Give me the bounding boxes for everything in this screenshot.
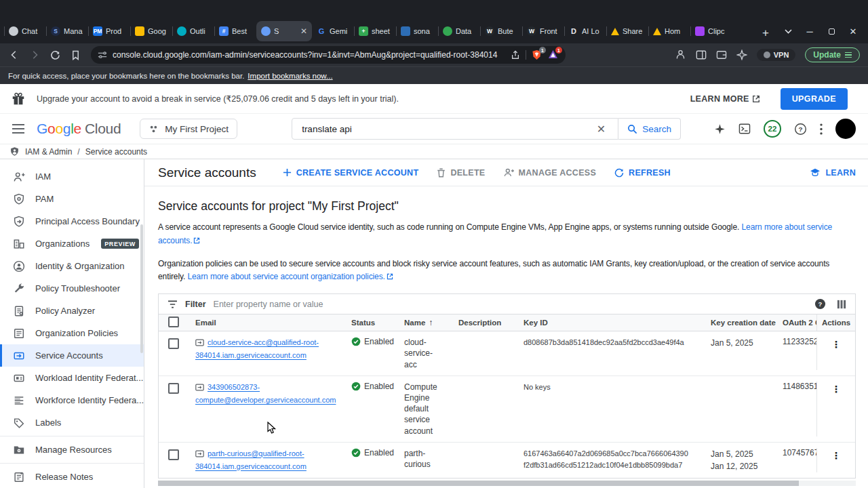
sidebar-scrollbar[interactable] [140, 224, 143, 353]
address-bar[interactable]: console.cloud.google.com/iam-admin/servi… [91, 46, 566, 64]
browser-tab[interactable]: Chat [4, 21, 46, 41]
delete-button[interactable]: DELETE [437, 168, 485, 178]
close-window-button[interactable]: ✕ [842, 21, 864, 41]
upgrade-button[interactable]: UPGRADE [781, 88, 848, 110]
sidebar-item-release-notes[interactable]: Release Notes [0, 466, 144, 488]
search-input[interactable]: translate api ✕ [292, 118, 618, 140]
breadcrumb-section[interactable]: IAM & Admin [25, 147, 72, 157]
sidebar-item-pam[interactable]: PAM [0, 188, 144, 210]
column-header-status[interactable]: Status [340, 319, 393, 327]
sidebar-item-identity-organization[interactable]: Identity & Organization [0, 255, 144, 277]
sidebar-item-organizations[interactable]: OrganizationsPREVIEW [0, 232, 144, 255]
breadcrumb-page[interactable]: Service accounts [85, 147, 147, 157]
browser-tab[interactable]: Hom [648, 21, 690, 41]
filter-input[interactable]: Enter property name or value [214, 300, 807, 309]
browser-tab[interactable]: S✕ [256, 21, 312, 41]
wallet-icon[interactable] [716, 50, 727, 60]
share-icon[interactable] [511, 50, 520, 60]
adblock-extension-icon[interactable]: 1 [548, 49, 559, 60]
cloud-shell-icon[interactable] [738, 123, 751, 134]
horizontal-scrollbar-track[interactable] [158, 481, 856, 486]
service-account-email-link[interactable]: 343906502873-compute@developer.gservicea… [195, 382, 340, 406]
close-tab-icon[interactable]: ✕ [300, 26, 307, 36]
bookmark-icon[interactable] [66, 46, 84, 64]
sidebar-item-policy-troubleshooter[interactable]: Policy Troubleshooter [0, 277, 144, 300]
column-header-key-creation-date[interactable]: Key creation date [703, 319, 778, 327]
more-options-icon[interactable] [820, 123, 823, 135]
sidebar-toggle-icon[interactable] [696, 49, 707, 60]
sidebar-item-organization-policies[interactable]: Organization Policies [0, 322, 144, 344]
minimize-button[interactable]: ─ [799, 21, 821, 41]
site-settings-icon[interactable] [98, 50, 107, 60]
browser-tab[interactable]: sona [396, 21, 438, 41]
filter-help-icon[interactable]: ? [814, 298, 826, 310]
row-checkbox[interactable] [168, 383, 179, 394]
browser-tab[interactable]: GGemi [312, 21, 354, 41]
back-button[interactable] [5, 46, 23, 64]
sidebar-item-manage-resources[interactable]: Manage Resources [0, 439, 144, 461]
project-picker[interactable]: My First Project [140, 119, 237, 139]
browser-tab[interactable]: Goog [130, 21, 172, 41]
sidebar-item-workload-identity-federat[interactable]: Workload Identity Federat... [0, 367, 144, 389]
column-header-name[interactable]: Name↑ [393, 318, 448, 327]
clear-search-icon[interactable]: ✕ [594, 123, 608, 136]
nav-menu-icon[interactable] [9, 121, 27, 136]
row-checkbox[interactable] [168, 338, 179, 349]
browser-tab[interactable]: Data [438, 21, 480, 41]
browser-tab[interactable]: +sheet [354, 21, 396, 41]
row-checkbox[interactable] [168, 449, 179, 460]
service-account-email-link[interactable]: cloud-service-acc@qualified-root-384014.… [195, 337, 340, 361]
service-account-email-link[interactable]: parth-curious@qualified-root-384014.iam.… [195, 448, 340, 472]
sidebar-item-service-accounts[interactable]: Service Accounts [0, 344, 144, 367]
row-actions-menu[interactable]: ⋮ [831, 382, 841, 394]
new-tab-button[interactable]: + [754, 23, 777, 43]
browser-tab[interactable]: DAI Lo [564, 21, 606, 41]
account-avatar[interactable] [835, 119, 856, 139]
column-header-email[interactable]: Email [184, 319, 340, 327]
learn-more-button[interactable]: LEARN MORE [690, 94, 760, 104]
url-text[interactable]: console.cloud.google.com/iam-admin/servi… [113, 50, 505, 60]
restore-button[interactable] [821, 21, 842, 41]
gemini-icon[interactable] [714, 123, 726, 135]
reload-button[interactable] [46, 46, 64, 64]
browser-tab[interactable]: WBute [480, 21, 522, 41]
google-cloud-logo[interactable]: Google Cloud [37, 121, 121, 137]
page-title: Service accounts [158, 165, 256, 180]
browser-tab[interactable]: Clipc [690, 21, 732, 41]
learn-org-policies-link[interactable]: Learn more about service account organiz… [187, 272, 384, 281]
create-service-account-button[interactable]: CREATE SERVICE ACCOUNT [283, 168, 419, 178]
tab-search-icon[interactable] [777, 21, 799, 41]
notifications-badge[interactable]: 22 [764, 120, 781, 138]
column-header-description[interactable]: Description [448, 319, 513, 327]
brave-shield-icon[interactable]: 1 [532, 49, 542, 60]
sidebar-item-iam[interactable]: IAM [0, 165, 144, 188]
row-actions-menu[interactable]: ⋮ [831, 448, 841, 461]
browser-tab[interactable]: #Best [214, 21, 256, 41]
update-button[interactable]: Update [805, 47, 860, 62]
refresh-button[interactable]: REFRESH [614, 168, 671, 178]
browser-tab[interactable]: PMProd [88, 21, 130, 41]
row-actions-menu[interactable]: ⋮ [831, 337, 841, 350]
column-options-icon[interactable] [837, 300, 846, 309]
extension-icon[interactable] [675, 49, 686, 61]
learn-button[interactable]: LEARN [810, 168, 856, 178]
forward-button[interactable] [26, 46, 43, 64]
vpn-button[interactable]: VPN [757, 49, 796, 61]
leo-ai-icon[interactable] [736, 49, 747, 60]
browser-tab[interactable]: Share [606, 21, 648, 41]
select-all-checkbox[interactable] [168, 317, 179, 327]
search-button[interactable]: Search [618, 118, 681, 140]
sidebar-item-labels[interactable]: Labels [0, 411, 144, 434]
browser-tab[interactable]: Outli [172, 21, 214, 41]
column-header-key-id[interactable]: Key ID [513, 319, 703, 327]
column-header-oauth[interactable]: OAuth 2 Cli [778, 319, 816, 327]
browser-tab[interactable]: WFront [522, 21, 564, 41]
sidebar-item-workforce-identity-federa[interactable]: Workforce Identity Federa... [0, 389, 144, 411]
manage-access-button[interactable]: MANAGE ACCESS [504, 168, 597, 178]
help-icon[interactable]: ? [794, 123, 807, 136]
browser-tab[interactable]: SMana [46, 21, 88, 41]
import-bookmarks-link[interactable]: Import bookmarks now... [248, 72, 332, 80]
sidebar-item-policy-analyzer[interactable]: Policy Analyzer [0, 300, 144, 322]
sidebar-item-principal-access-boundary[interactable]: Principal Access Boundary [0, 210, 144, 232]
horizontal-scrollbar-thumb[interactable] [158, 481, 799, 486]
